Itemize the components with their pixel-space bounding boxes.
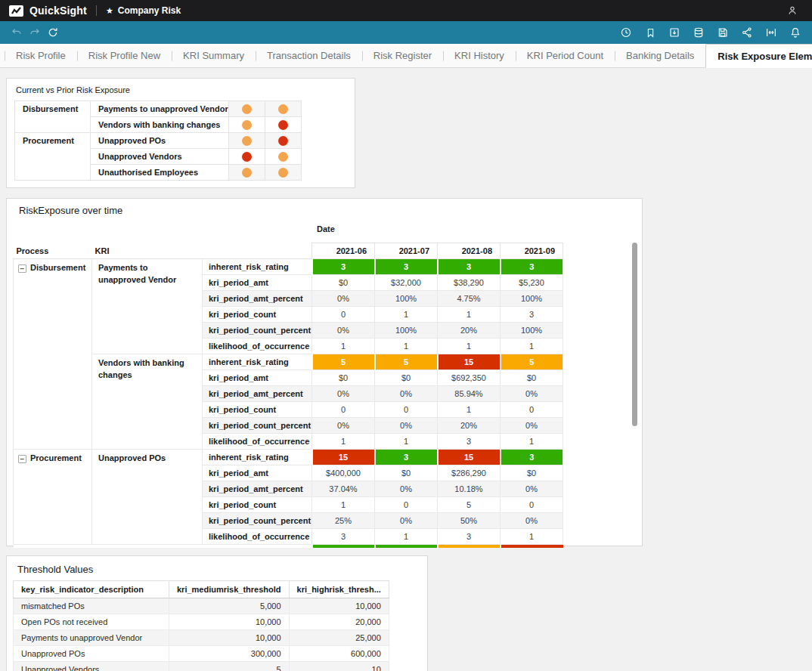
value-cell: $0 <box>501 370 563 386</box>
value-cell: 0% <box>312 323 375 339</box>
value-cell: 25% <box>312 513 375 529</box>
value-cell: 0% <box>375 386 438 402</box>
value-cell: 20% <box>438 323 501 339</box>
redo-icon[interactable] <box>27 25 42 40</box>
collapse-icon[interactable]: − <box>18 264 26 273</box>
metric-label-cell: kri_period_amt_percent <box>203 481 312 497</box>
metric-label-cell: kri_period_amt <box>203 465 312 481</box>
value-cell: 0% <box>501 513 563 529</box>
bell-icon[interactable] <box>788 25 803 40</box>
tab-transaction-details[interactable]: Transaction Details <box>256 44 362 67</box>
clock-icon[interactable] <box>618 25 634 40</box>
metric-label-cell: kri_period_amt_percent <box>203 291 312 307</box>
value-cell: 1 <box>501 434 563 450</box>
quicksight-logo-icon[interactable] <box>9 5 23 17</box>
pivot-scrollbar-thumb[interactable] <box>632 243 637 426</box>
tab-kri-history[interactable]: KRI History <box>443 44 516 67</box>
value-cell: 0 <box>375 497 438 513</box>
risk-dot-orange <box>278 152 288 162</box>
value-cell: 37.04% <box>312 481 375 497</box>
tab-kri-period-count[interactable]: KRI Period Count <box>516 44 615 67</box>
value-cell: 1 <box>312 497 375 513</box>
undo-icon[interactable] <box>9 25 24 40</box>
value-cell: 3 <box>375 259 438 275</box>
value-cell: 0% <box>501 386 563 402</box>
column-header: key_risk_indicator_description <box>14 581 169 598</box>
value-cell: $0 <box>375 465 438 481</box>
value-cell: 100% <box>375 291 438 307</box>
value-cell: 0% <box>312 418 375 434</box>
value-cell: 1 <box>438 339 501 354</box>
value-cell: $38,290 <box>438 275 501 291</box>
panel-title: RiskExposure over time <box>7 199 642 216</box>
process-label: Procurement <box>30 453 82 462</box>
kri-column-header: KRI <box>92 243 203 259</box>
cell: 5,000 <box>169 598 290 614</box>
table-row: DisbursementPayments to unapproved Vendo… <box>15 101 302 117</box>
value-cell: 5 <box>438 497 501 513</box>
value-cell: 1 <box>375 339 438 354</box>
star-icon[interactable]: ★ <box>106 6 113 16</box>
value-cell: 1 <box>375 529 438 545</box>
tab-risk-profile[interactable]: Risk Profile <box>5 44 77 67</box>
pivot-header-row: ProcessKRI2021-062021-072021-082021-09 <box>14 243 563 259</box>
tab-banking-details[interactable]: Banking Details <box>615 44 705 67</box>
value-cell: 1 <box>375 307 438 323</box>
tab-risk-profile-new[interactable]: Risk Profile New <box>77 44 172 67</box>
value-cell: $0 <box>312 370 375 386</box>
pivot-row: Vendors with banking changesinherent_ris… <box>14 354 563 370</box>
edit-toolbar <box>0 21 812 44</box>
value-cell: 50% <box>438 513 501 529</box>
topbar-divider <box>96 5 97 16</box>
value-cell: 0 <box>501 497 563 513</box>
tab-risk-exposure-elements[interactable]: Risk Exposure Elements <box>705 44 812 68</box>
collapse-icon[interactable]: − <box>18 455 26 463</box>
value-cell: 5 <box>375 354 438 370</box>
tab-kri-summary[interactable]: KRI Summary <box>172 44 256 67</box>
risk-dot-orange <box>242 168 252 178</box>
value-cell: 0% <box>375 481 438 497</box>
value-cell: 3 <box>438 259 501 275</box>
reset-icon[interactable] <box>45 25 60 40</box>
fit-width-icon[interactable] <box>764 25 779 40</box>
value-cell: 85.94% <box>438 386 501 402</box>
table-row: Open POs not received10,00020,000 <box>14 614 389 630</box>
bookmark-icon[interactable] <box>643 25 658 40</box>
value-cell: 3 <box>312 259 375 275</box>
dataset-icon[interactable] <box>691 25 706 40</box>
save-icon[interactable] <box>715 25 730 40</box>
process-cell: −Disbursement <box>14 259 92 450</box>
share-icon[interactable] <box>739 25 755 40</box>
metric-label-cell: inherent_risk_rating <box>203 354 312 370</box>
cell: 20,000 <box>289 614 389 630</box>
cell: 10,000 <box>169 614 290 630</box>
user-profile-icon[interactable] <box>785 3 800 18</box>
risk-dot-orange <box>278 168 288 178</box>
prior-risk-cell <box>265 117 301 133</box>
value-cell: 1 <box>312 434 375 450</box>
value-cell: 20% <box>438 418 501 434</box>
column-header: kri_mediumrisk_threshold <box>169 581 290 598</box>
export-icon[interactable] <box>667 25 682 40</box>
tab-bar: Risk ProfileRisk Profile NewKRI SummaryT… <box>0 44 812 68</box>
risk-dot-orange <box>278 104 288 114</box>
date-column-header: 2021-06 <box>312 243 375 259</box>
kri-cell: Unauthorised Employees <box>91 165 229 181</box>
date-column-header: 2021-08 <box>438 243 501 259</box>
value-cell: 0 <box>501 402 563 418</box>
date-axis-label: Date <box>317 224 335 233</box>
value-cell: 15 <box>312 450 375 465</box>
cell: 10,000 <box>169 630 290 646</box>
date-column-header: 2021-07 <box>375 243 438 259</box>
risk-dot-red <box>242 152 252 162</box>
app-name[interactable]: QuickSight <box>29 5 87 17</box>
value-cell: 3 <box>312 529 375 545</box>
process-label: Disbursement <box>30 263 85 272</box>
kri-cell: Unapproved Vendors <box>91 149 229 165</box>
cell: 10,000 <box>289 598 389 614</box>
value-cell: 0 <box>312 307 375 323</box>
metric-label-cell: kri_period_count <box>203 307 312 323</box>
value-cell: $5,230 <box>501 275 563 291</box>
tab-risk-register[interactable]: Risk Register <box>362 44 443 67</box>
value-cell: 10.18% <box>438 481 501 497</box>
